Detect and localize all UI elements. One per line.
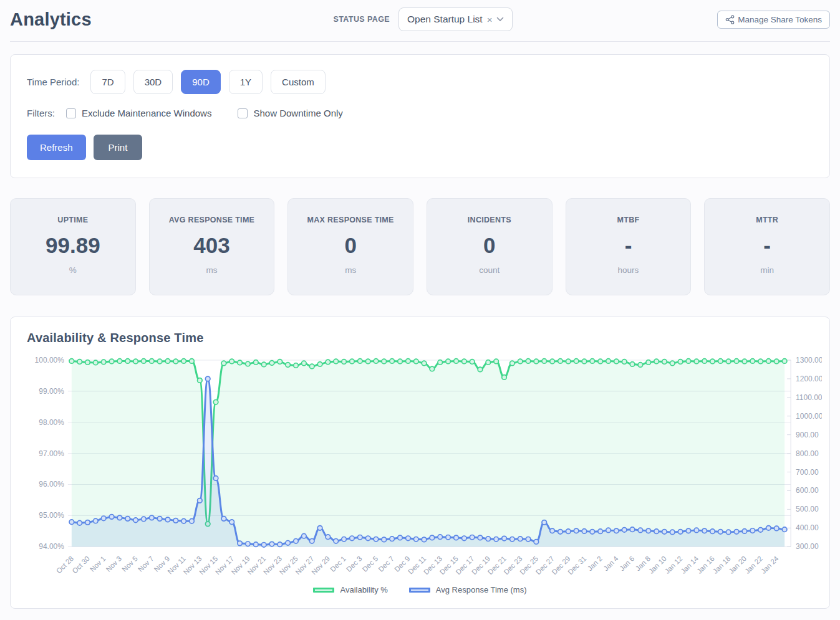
availability-swatch bbox=[313, 588, 334, 593]
svg-text:1000.00: 1000.00 bbox=[796, 412, 822, 421]
show-downtime-option: Show Downtime Only bbox=[238, 108, 342, 118]
clear-selection-icon[interactable]: × bbox=[487, 15, 493, 24]
svg-text:300.00: 300.00 bbox=[796, 542, 819, 551]
show-downtime-label: Show Downtime Only bbox=[253, 108, 342, 118]
exclude-maintenance-checkbox[interactable] bbox=[66, 108, 76, 118]
exclude-maintenance-label: Exclude Maintenance Windows bbox=[82, 108, 211, 118]
status-page-value: Open Startup List bbox=[407, 14, 483, 25]
svg-text:96.00%: 96.00% bbox=[39, 480, 64, 489]
svg-text:Jan 24: Jan 24 bbox=[760, 555, 780, 575]
stat-unit: min bbox=[710, 265, 824, 275]
svg-text:Jan 6: Jan 6 bbox=[618, 555, 635, 572]
svg-text:1200.00: 1200.00 bbox=[796, 374, 822, 383]
stat-unit: hours bbox=[571, 265, 686, 275]
period-button-90d[interactable]: 90D bbox=[181, 70, 221, 94]
chart-canvas: 100.00%99.00%98.00%97.00%96.00%95.00%94.… bbox=[18, 351, 822, 608]
share-icon bbox=[725, 15, 735, 24]
show-downtime-checkbox[interactable] bbox=[238, 108, 248, 118]
stat-label: MAX RESPONSE TIME bbox=[293, 216, 408, 224]
stat-unit: ms bbox=[155, 265, 269, 275]
period-button-custom[interactable]: Custom bbox=[271, 70, 326, 94]
stats-row: UPTIME 99.89 % AVG RESPONSE TIME 403 ms … bbox=[10, 198, 830, 295]
filters-row: Filters: Exclude Maintenance Windows Sho… bbox=[27, 108, 813, 118]
svg-text:Oct 28: Oct 28 bbox=[55, 555, 75, 575]
refresh-button[interactable]: Refresh bbox=[27, 135, 86, 160]
svg-text:98.00%: 98.00% bbox=[39, 418, 64, 427]
svg-text:Dec 7: Dec 7 bbox=[377, 555, 395, 573]
exclude-maintenance-option: Exclude Maintenance Windows bbox=[66, 108, 211, 118]
status-page-label: STATUS PAGE bbox=[334, 15, 390, 24]
filters-label: Filters: bbox=[27, 108, 55, 118]
svg-text:Dec 3: Dec 3 bbox=[345, 555, 364, 573]
x-axis-labels: Oct 28Oct 30Nov 1Nov 3Nov 5Nov 7Nov 9Nov… bbox=[55, 555, 780, 576]
filter-panel: Time Period: 7D 30D 90D 1Y Custom Filter… bbox=[10, 54, 830, 178]
response-time-swatch bbox=[409, 588, 430, 593]
chevron-down-icon[interactable] bbox=[496, 17, 504, 22]
stat-label: AVG RESPONSE TIME bbox=[155, 216, 269, 224]
stat-value: 403 bbox=[155, 233, 269, 258]
availability-chart: 100.00%99.00%98.00%97.00%96.00%95.00%94.… bbox=[18, 351, 822, 608]
svg-text:500.00: 500.00 bbox=[796, 505, 819, 513]
svg-text:Oct 30: Oct 30 bbox=[71, 555, 91, 575]
svg-text:100.00%: 100.00% bbox=[35, 356, 65, 365]
period-button-7d[interactable]: 7D bbox=[90, 70, 125, 94]
chart-title: Availability & Response Time bbox=[27, 331, 822, 345]
status-page-group: STATUS PAGE Open Startup List × bbox=[296, 7, 513, 31]
chart-legend: Availability % Avg Response Time (ms) bbox=[18, 585, 822, 601]
svg-text:Jan 4: Jan 4 bbox=[602, 555, 620, 573]
stat-card-incidents: INCIDENTS 0 count bbox=[427, 198, 553, 295]
stat-label: MTBF bbox=[571, 216, 686, 224]
svg-text:Jan 2: Jan 2 bbox=[586, 555, 604, 572]
stat-unit: count bbox=[432, 265, 547, 275]
stat-value: 0 bbox=[293, 233, 408, 258]
svg-text:Nov 7: Nov 7 bbox=[137, 555, 155, 573]
svg-text:Nov 1: Nov 1 bbox=[89, 555, 107, 573]
time-period-label: Time Period: bbox=[27, 77, 79, 87]
stat-card-mtbf: MTBF - hours bbox=[566, 198, 692, 295]
stat-card-uptime: UPTIME 99.89 % bbox=[10, 198, 136, 295]
stat-card-mttr: MTTR - min bbox=[704, 198, 830, 295]
stat-unit: ms bbox=[293, 265, 408, 275]
print-button[interactable]: Print bbox=[94, 135, 143, 160]
manage-share-tokens-button[interactable]: Manage Share Tokens bbox=[717, 11, 830, 29]
svg-text:600.00: 600.00 bbox=[796, 486, 819, 495]
stat-card-avg-response: AVG RESPONSE TIME 403 ms bbox=[149, 198, 275, 295]
period-button-1y[interactable]: 1Y bbox=[229, 70, 263, 94]
svg-text:1100.00: 1100.00 bbox=[796, 393, 822, 402]
legend-item-response-time[interactable]: Avg Response Time (ms) bbox=[409, 585, 527, 594]
svg-text:Nov 3: Nov 3 bbox=[105, 555, 123, 573]
legend-label: Availability % bbox=[340, 585, 387, 594]
header: Analytics STATUS PAGE Open Startup List … bbox=[10, 0, 830, 42]
legend-item-availability[interactable]: Availability % bbox=[313, 585, 387, 594]
stat-value: - bbox=[710, 233, 824, 258]
period-button-30d[interactable]: 30D bbox=[133, 70, 173, 94]
svg-text:900.00: 900.00 bbox=[796, 431, 819, 439]
svg-text:Dec 1: Dec 1 bbox=[329, 555, 347, 573]
svg-text:400.00: 400.00 bbox=[796, 523, 819, 532]
legend-label: Avg Response Time (ms) bbox=[436, 585, 527, 594]
stat-label: MTTR bbox=[710, 216, 824, 224]
stat-unit: % bbox=[16, 265, 130, 275]
status-page-select[interactable]: Open Startup List × bbox=[398, 7, 513, 31]
stat-value: 0 bbox=[432, 233, 547, 258]
page-title: Analytics bbox=[10, 9, 92, 30]
chart-panel: Availability & Response Time 100.00%99.0… bbox=[10, 317, 830, 609]
svg-text:97.00%: 97.00% bbox=[39, 449, 64, 458]
manage-share-tokens-label: Manage Share Tokens bbox=[738, 15, 822, 24]
svg-text:94.00%: 94.00% bbox=[39, 542, 64, 551]
svg-text:700.00: 700.00 bbox=[796, 468, 819, 477]
stat-label: INCIDENTS bbox=[432, 216, 547, 224]
stat-value: - bbox=[571, 233, 686, 258]
svg-text:99.00%: 99.00% bbox=[39, 387, 64, 396]
time-period-row: Time Period: 7D 30D 90D 1Y Custom bbox=[27, 70, 813, 94]
svg-text:800.00: 800.00 bbox=[796, 449, 819, 458]
svg-text:Nov 5: Nov 5 bbox=[120, 555, 139, 573]
svg-text:95.00%: 95.00% bbox=[39, 511, 64, 520]
svg-text:Dec 5: Dec 5 bbox=[361, 555, 380, 573]
stat-card-max-response: MAX RESPONSE TIME 0 ms bbox=[287, 198, 413, 295]
stat-value: 99.89 bbox=[16, 233, 130, 258]
stat-label: UPTIME bbox=[16, 216, 130, 224]
actions-row: Refresh Print bbox=[27, 135, 813, 160]
svg-text:1300.00: 1300.00 bbox=[796, 356, 822, 365]
